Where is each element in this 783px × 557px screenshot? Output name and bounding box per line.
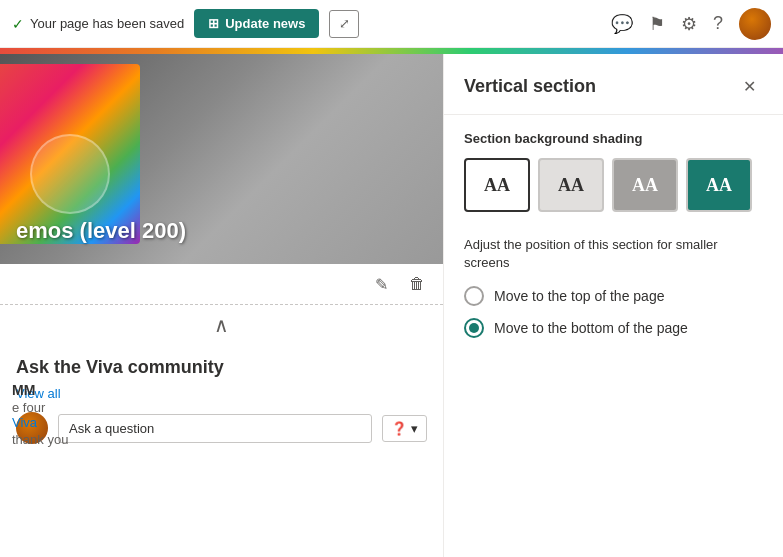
radio-bottom-label: Move to the bottom of the page: [494, 320, 688, 336]
expand-icon: ⤢: [339, 16, 350, 31]
update-news-button[interactable]: ⊞ Update news: [194, 9, 319, 38]
shading-dark-label: AA: [706, 175, 732, 196]
main-layout: emos (level 200) ✎ 🗑 ∧ Ask the Viva comm…: [0, 54, 783, 557]
top-bar: ✓ Your page has been saved ⊞ Update news…: [0, 0, 783, 48]
up-arrow-area: ∧: [0, 305, 443, 345]
flag-icon[interactable]: ⚑: [649, 13, 665, 35]
toolbar-strip: ✎ 🗑: [0, 264, 443, 305]
sidebar-text-content: MM e four Viva thank you: [0, 374, 140, 455]
shading-options: AA AA AA AA: [464, 158, 763, 212]
question-icon: ❓: [391, 421, 407, 436]
hero-text: emos (level 200): [0, 218, 443, 244]
help-icon[interactable]: ?: [713, 13, 723, 34]
hero-image: emos (level 200): [0, 54, 443, 264]
shading-light-option[interactable]: AA: [538, 158, 604, 212]
radio-bottom-outer: [464, 318, 484, 338]
edit-button[interactable]: ✎: [367, 270, 395, 298]
delete-button[interactable]: 🗑: [403, 270, 431, 298]
radio-group: Move to the top of the page Move to the …: [464, 286, 763, 338]
radio-bottom-option[interactable]: Move to the bottom of the page: [464, 318, 763, 338]
up-arrow-icon: ∧: [214, 314, 229, 336]
right-panel: Vertical section ✕ Section background sh…: [443, 54, 783, 557]
bold-label: MM: [12, 382, 128, 398]
shading-label: Section background shading: [464, 131, 763, 146]
radio-top-option[interactable]: Move to the top of the page: [464, 286, 763, 306]
hero-circle: [30, 134, 110, 214]
edit-icon: ✎: [375, 275, 388, 294]
chat-icon[interactable]: 💬: [611, 13, 633, 35]
delete-icon: 🗑: [409, 275, 425, 293]
expand-button[interactable]: ⤢: [329, 10, 359, 38]
dropdown-arrow-icon: ▾: [411, 421, 418, 436]
top-bar-left: ✓ Your page has been saved ⊞ Update news…: [12, 9, 359, 38]
content-area: emos (level 200) ✎ 🗑 ∧ Ask the Viva comm…: [0, 54, 443, 557]
panel-body: Section background shading AA AA AA AA A…: [444, 115, 783, 354]
move-up-button[interactable]: ∧: [214, 313, 229, 337]
radio-top-outer: [464, 286, 484, 306]
radio-bottom-inner: [469, 323, 479, 333]
panel-title: Vertical section: [464, 76, 596, 97]
top-bar-right: 💬 ⚑ ⚙ ?: [611, 8, 771, 40]
shading-dark-option[interactable]: AA: [686, 158, 752, 212]
link-text[interactable]: thank you: [12, 432, 128, 447]
saved-text: Your page has been saved: [30, 16, 184, 31]
shading-medium-option[interactable]: AA: [612, 158, 678, 212]
position-heading: Adjust the position of this section for …: [464, 236, 763, 272]
shading-light-label: AA: [558, 175, 584, 196]
panel-header: Vertical section ✕: [444, 54, 783, 115]
check-icon: ✓: [12, 16, 24, 32]
question-type-button[interactable]: ❓ ▾: [382, 415, 427, 442]
close-panel-button[interactable]: ✕: [735, 72, 763, 100]
radio-top-label: Move to the top of the page: [494, 288, 664, 304]
body-text-line1: e four: [12, 400, 128, 415]
shading-none-label: AA: [484, 175, 510, 196]
shading-medium-label: AA: [632, 175, 658, 196]
shading-none-option[interactable]: AA: [464, 158, 530, 212]
brand-text: Viva: [12, 415, 128, 430]
avatar[interactable]: [739, 8, 771, 40]
gear-icon[interactable]: ⚙: [681, 13, 697, 35]
saved-status: ✓ Your page has been saved: [12, 16, 184, 32]
news-icon: ⊞: [208, 16, 219, 31]
close-icon: ✕: [743, 77, 756, 96]
